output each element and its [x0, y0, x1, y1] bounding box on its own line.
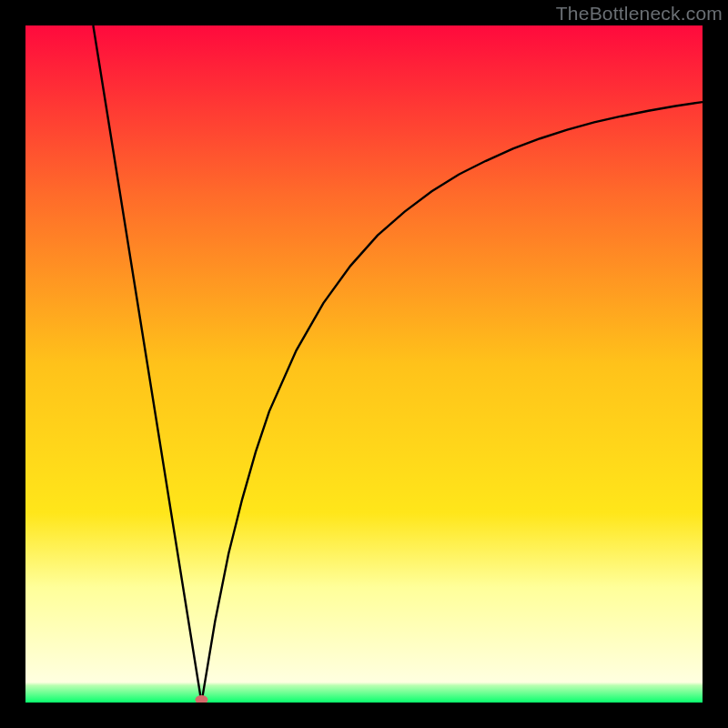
watermark-text: TheBottleneck.com [556, 3, 723, 25]
chart-frame [25, 25, 703, 703]
bottleneck-chart [25, 25, 703, 703]
gradient-background [25, 25, 703, 703]
